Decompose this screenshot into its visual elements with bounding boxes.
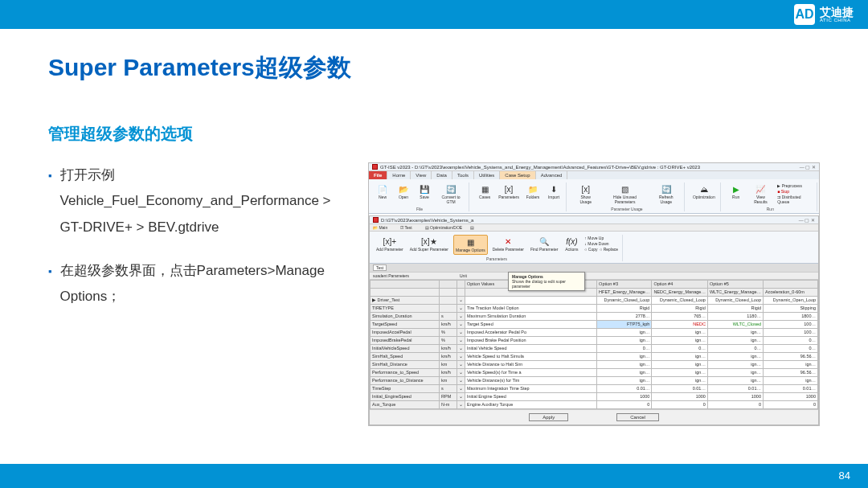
table-cell[interactable]: 1000 [597, 392, 652, 400]
move-up-button[interactable]: ↑ Move Up [584, 236, 618, 240]
dropdown-icon[interactable]: ⌄ [457, 304, 465, 312]
table-cell[interactable]: ign… [652, 376, 708, 384]
window-controls[interactable]: — ▢ ✕ [799, 217, 815, 223]
tab-tools[interactable]: Tools [452, 171, 474, 179]
table-cell[interactable]: 1000 [652, 392, 708, 400]
table-cell[interactable]: 0.01… [764, 384, 818, 392]
stop-button[interactable]: ■ Stop [777, 189, 813, 194]
table-cell[interactable]: 0… [597, 344, 652, 352]
copy-replace[interactable]: ○ Copy ○ Replace [584, 247, 618, 252]
preprocess-button[interactable]: ▶ Preprocess [777, 183, 813, 188]
param-name[interactable]: SimHalt_Speed [371, 352, 440, 360]
opt-nedc[interactable]: NEDC_Energy_Manage… [652, 288, 708, 296]
table-cell[interactable]: 0… [707, 344, 763, 352]
dropdown-icon[interactable]: ⌄ [457, 392, 465, 400]
tab-utilities[interactable]: Utilities [474, 171, 500, 179]
table-cell[interactable]: NEDC [652, 320, 708, 328]
table-cell[interactable]: ign… [652, 352, 708, 360]
table-cell[interactable]: Dynamic_Closed_Loop [652, 296, 708, 304]
cases-button[interactable]: ▦Cases [476, 182, 493, 201]
dropdown-icon[interactable]: ⌄ [457, 384, 465, 392]
dropdown-icon[interactable]: ⌄ [457, 336, 465, 344]
dropdown-icon[interactable]: ⌄ [457, 344, 465, 352]
table-cell[interactable]: ign… [652, 368, 708, 376]
table-cell[interactable]: ign… [597, 352, 652, 360]
param-name[interactable]: ImposedBrakePedal [371, 336, 440, 344]
table-cell[interactable]: 96.56… [764, 352, 818, 360]
table-cell[interactable]: ign… [764, 376, 818, 384]
table-cell[interactable]: 1800… [764, 312, 818, 320]
table-cell[interactable]: 765… [652, 312, 708, 320]
table-cell[interactable]: ign… [597, 376, 652, 384]
table-cell[interactable]: ign… [597, 328, 652, 336]
table-cell[interactable]: ign… [707, 328, 763, 336]
tab-home[interactable]: Home [387, 171, 411, 179]
folders-button[interactable]: 📁Folders [524, 182, 542, 201]
param-name[interactable]: Initial_EngineSpeed [371, 392, 440, 400]
param-name[interactable]: Performance_to_Distance [371, 376, 440, 384]
table-cell[interactable]: 0… [764, 344, 818, 352]
tab-view[interactable]: View [411, 171, 432, 179]
move-down-button[interactable]: ↓ Move Down [584, 241, 618, 246]
table-cell[interactable]: 0 [652, 400, 708, 408]
table-cell[interactable]: Rigid [652, 304, 708, 312]
tab-case-setup[interactable]: Case Setup [500, 171, 535, 179]
table-cell[interactable]: Slipping [764, 304, 818, 312]
test-tab[interactable]: ☑ Test [400, 225, 418, 230]
view-results-button[interactable]: 📈View Results [748, 182, 774, 205]
dropdown-icon[interactable]: ⌄ [457, 352, 465, 360]
dropdown-icon[interactable]: ⌄ [457, 320, 465, 328]
param-name[interactable]: Performance_to_Speed [371, 368, 440, 376]
opt-hfet[interactable]: HFET_Energy_Manage… [597, 288, 652, 296]
tab-test[interactable]: Test [373, 265, 387, 271]
table-cell[interactable]: 1180… [707, 312, 763, 320]
refresh-usage-button[interactable]: 🔄Refresh Usage [652, 182, 681, 205]
table-cell[interactable]: FTP75_kph [597, 320, 652, 328]
apply-button[interactable]: Apply [529, 413, 568, 421]
tab-file[interactable]: File [369, 171, 387, 179]
table-cell[interactable]: 0 [764, 400, 818, 408]
find-parameter-button[interactable]: 🔍Find Parameter [529, 235, 559, 255]
param-name[interactable]: ImposedAccelPedal [371, 328, 440, 336]
opt-wltc[interactable]: WLTC_Energy_Manage… [707, 288, 763, 296]
param-name[interactable]: TimeStep [371, 384, 440, 392]
dropdown-icon[interactable]: ⌄ [457, 360, 465, 368]
table-cell[interactable]: 0… [764, 336, 818, 344]
distributed-queue-button[interactable]: ⇉ Distributed Queue [777, 195, 813, 204]
manage-options-button[interactable]: ▦Manage Options [453, 235, 488, 255]
table-cell[interactable]: 2778… [597, 312, 652, 320]
table-cell[interactable]: ign… [597, 336, 652, 344]
actions-button[interactable]: f(x)Actions [563, 235, 580, 255]
table-cell[interactable]: ign… [707, 376, 763, 384]
tab-advanced[interactable]: Advanced [536, 171, 568, 179]
table-cell[interactable]: Rigid [597, 304, 652, 312]
table-cell[interactable]: ign… [707, 336, 763, 344]
table-cell[interactable]: 1000 [707, 392, 763, 400]
dropdown-icon[interactable]: ⌄ [457, 400, 465, 408]
table-cell[interactable]: 100… [764, 328, 818, 336]
new-button[interactable]: 📄New [374, 182, 391, 205]
table-cell[interactable]: Dynamic_Open_Loop [764, 296, 818, 304]
table-cell[interactable]: Dynamic_Closed_Loop [707, 296, 763, 304]
table-cell[interactable]: ign… [707, 360, 763, 368]
param-name[interactable]: TargetSpeed [371, 320, 440, 328]
run-button[interactable]: ▶Run [727, 182, 745, 205]
table-cell[interactable]: 0… [652, 344, 708, 352]
table-cell[interactable]: Rigid [707, 304, 763, 312]
window-controls[interactable]: — ▢ ✕ [800, 164, 816, 170]
optimization-tab[interactable]: ▤ Optimization/DOE ▤ [425, 225, 474, 230]
table-cell[interactable]: ign… [597, 368, 652, 376]
convert-button[interactable]: 🔄Convert to GTM [436, 182, 465, 205]
cancel-button[interactable]: Cancel [616, 413, 659, 421]
table-cell[interactable]: Dynamic_Closed_Loop [597, 296, 652, 304]
param-name[interactable]: Aux_Torque [371, 400, 440, 408]
ribbon-tabs[interactable]: File Home View Data Tools Utilities Case… [369, 171, 819, 179]
tab-data[interactable]: Data [432, 171, 452, 179]
parameters-button[interactable]: [x]Parameters [497, 182, 521, 201]
open-button[interactable]: 📂Open [395, 182, 412, 205]
param-name[interactable]: SimHalt_Distance [371, 360, 440, 368]
dropdown-icon[interactable]: ⌄ [457, 376, 465, 384]
add-super-parameter-button[interactable]: [x]★Add Super Parameter [408, 235, 450, 255]
delete-parameter-button[interactable]: ✕Delete Parameter [491, 235, 526, 255]
table-cell[interactable]: ign… [764, 360, 818, 368]
